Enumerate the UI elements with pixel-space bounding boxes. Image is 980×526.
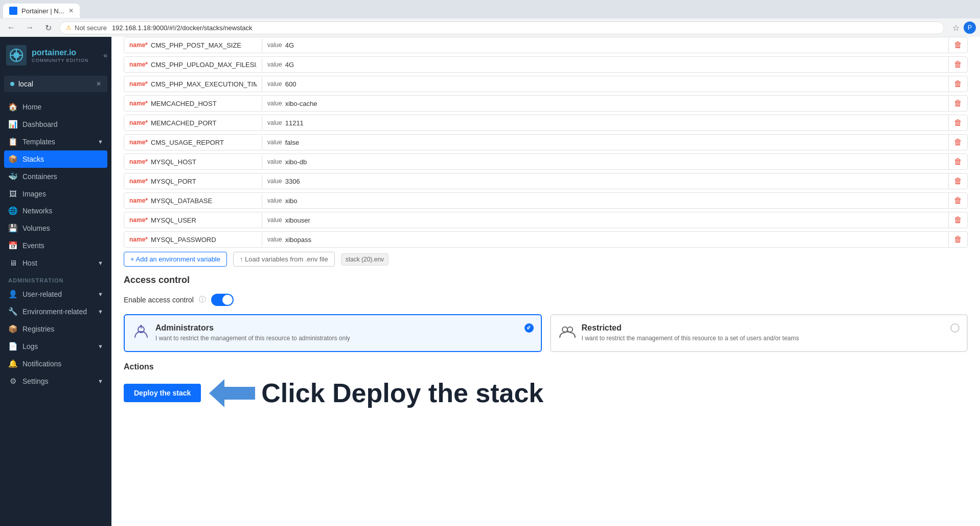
sidebar-item-networks[interactable]: 🌐 Networks [0,202,111,220]
env-value-input[interactable] [285,158,943,166]
env-delete-button[interactable]: 🗑 [948,232,967,247]
env-close-button[interactable]: ✕ [96,80,101,87]
env-delete-button[interactable]: 🗑 [948,115,967,130]
env-name-input[interactable] [151,216,257,224]
env-value-input[interactable] [285,80,943,88]
env-value-input[interactable] [285,41,943,49]
add-env-var-button[interactable]: + Add an environment variable [124,252,227,267]
networks-icon: 🌐 [8,206,17,215]
sidebar-item-volumes[interactable]: 💾 Volumes [0,220,111,237]
back-button[interactable]: ← [4,20,18,35]
sidebar-item-registries-label: Registries [22,325,54,333]
admin-section-label: Administration [0,271,111,286]
reload-button[interactable]: ↻ [41,20,55,35]
env-delete-button[interactable]: 🗑 [948,96,967,111]
env-var-row: name* value 🗑 [124,95,968,112]
access-options: Administrators I want to restrict the ma… [124,314,968,352]
sidebar-item-images[interactable]: 🖼 Images [0,185,111,202]
env-var-row: name* value 🗑 [124,56,968,73]
env-value-label: value [267,41,282,49]
env-var-row: name* value 🗑 [124,173,968,189]
bookmark-icon[interactable]: ☆ [952,23,960,33]
env-name-input[interactable] [151,139,257,146]
sidebar-item-logs[interactable]: 📄 Logs ▼ [0,338,111,355]
sidebar-item-stacks[interactable]: 📦 Stacks [4,150,107,168]
env-delete-button[interactable]: 🗑 [948,37,967,53]
toggle-track[interactable] [211,294,234,306]
env-name-input[interactable] [151,236,257,244]
restricted-card-desc: I want to restrict the management of thi… [582,335,800,342]
sidebar-item-host[interactable]: 🖥 Host ▼ [0,254,111,271]
env-value-cell: value [262,136,948,149]
sidebar-item-events[interactable]: 📅 Events [0,237,111,254]
sidebar-logo: portainer.io Community Edition « [0,37,111,74]
env-name-cell: name* [124,77,262,91]
main-content: name* value 🗑 name* [111,37,980,526]
env-value-input[interactable] [285,100,943,107]
env-name-cell: name* [124,174,262,188]
actions-section: Actions Deploy the stack Click Deploy th… [124,362,968,408]
sidebar-item-home[interactable]: 🏠 Home [0,98,111,116]
env-var-row: name* value 🗑 [124,134,968,150]
env-value-input[interactable] [285,61,943,69]
environment-selector[interactable]: local ✕ [4,76,107,92]
sidebar-collapse-button[interactable]: « [103,51,107,59]
env-value-input[interactable] [285,197,943,205]
sidebar-item-dashboard[interactable]: 📊 Dashboard [0,116,111,133]
env-value-input[interactable] [285,236,943,244]
security-warning: ⚠ [66,24,72,31]
env-delete-button[interactable]: 🗑 [948,76,967,92]
env-name-input[interactable] [151,100,257,107]
tab-close-button[interactable]: ✕ [69,7,74,14]
access-control-toggle[interactable] [211,294,234,306]
env-delete-button[interactable]: 🗑 [948,57,967,72]
env-name-input[interactable] [151,158,257,166]
env-name-input[interactable] [151,80,257,88]
env-value-input[interactable] [285,178,943,185]
sidebar-item-notifications[interactable]: 🔔 Notifications [0,355,111,372]
forward-button[interactable]: → [22,20,37,35]
env-name-cell: name* [124,233,262,247]
load-env-var-button[interactable]: ↑ Load variables from .env file [233,252,335,267]
profile-icon[interactable]: P [964,21,976,34]
env-name-required-label: name* [129,61,148,68]
sidebar-item-user-related[interactable]: 👤 User-related ▼ [0,286,111,303]
sidebar-item-containers-label: Containers [22,172,57,181]
browser-tab[interactable]: Portainer | N... ✕ [3,4,80,18]
svg-point-2 [13,52,19,58]
env-name-input[interactable] [151,178,257,185]
env-delete-button[interactable]: 🗑 [948,212,967,228]
env-value-input[interactable] [285,119,943,127]
enable-access-control-label: Enable access control [124,296,194,304]
access-card-restricted[interactable]: Restricted I want to restrict the manage… [550,314,968,352]
env-delete-button[interactable]: 🗑 [948,154,967,169]
env-name-input[interactable] [151,197,257,205]
sidebar-item-host-label: Host [22,259,37,267]
administrators-radio[interactable]: ✓ [525,323,534,333]
volumes-icon: 💾 [8,224,17,233]
env-name-input[interactable] [151,61,257,69]
env-name-input[interactable] [151,41,257,49]
sidebar-item-volumes-label: Volumes [22,224,50,232]
sidebar-item-templates[interactable]: 📋 Templates ▼ [0,133,111,150]
access-card-administrators[interactable]: Administrators I want to restrict the ma… [124,314,542,352]
host-arrow-icon: ▼ [98,260,103,266]
restricted-radio[interactable] [950,323,960,333]
env-name-label: local [18,80,92,88]
env-name-required-label: name* [129,139,148,146]
env-value-input[interactable] [285,216,943,224]
sidebar-item-environment-related[interactable]: 🔧 Environment-related ▼ [0,303,111,320]
address-bar[interactable]: ⚠ Not secure 192.168.1.18:9000/#!/2/dock… [59,21,944,34]
env-delete-button[interactable]: 🗑 [948,193,967,208]
sidebar-item-registries[interactable]: 📦 Registries [0,320,111,338]
env-delete-button[interactable]: 🗑 [948,173,967,189]
sidebar-item-containers[interactable]: 🐳 Containers [0,168,111,185]
environment-related-arrow-icon: ▼ [98,309,103,315]
security-warning-text: Not secure [75,24,107,32]
deploy-stack-button[interactable]: Deploy the stack [124,384,201,402]
env-name-input[interactable] [151,119,257,127]
env-delete-button[interactable]: 🗑 [948,135,967,150]
help-icon[interactable]: ⓘ [199,295,206,304]
sidebar-item-settings[interactable]: ⚙ Settings ▼ [0,372,111,390]
env-value-input[interactable] [285,139,943,146]
